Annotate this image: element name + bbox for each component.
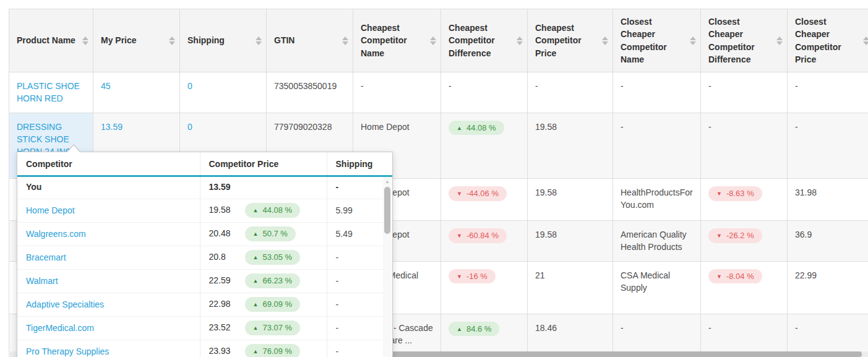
competitor-link[interactable]: Adaptive Specialties: [26, 299, 104, 309]
competitor-link[interactable]: Home Depot: [26, 205, 75, 215]
difference-badge: ▲76.09 %: [245, 344, 301, 357]
difference-value: -16 %: [466, 272, 488, 281]
my-price-link[interactable]: 45: [101, 81, 111, 91]
closest-cheaper-competitor-name-cell: HealthProductsForYou.com: [613, 178, 701, 220]
product-name-link[interactable]: PLASTIC SHOE HORN RED: [17, 81, 80, 103]
closest-cheaper-competitor-price-cell: -: [788, 314, 868, 355]
closest-cheaper-competitor-name-cell: -: [613, 72, 701, 113]
difference-value: 50.7 %: [262, 229, 287, 238]
popup-header-row: CompetitorCompetitor PriceShipping: [17, 152, 384, 175]
sort-icon: [430, 36, 436, 46]
popup-column-header: Competitor Price: [200, 152, 327, 175]
competitor-shipping-cell: -: [327, 340, 384, 357]
shipping-link[interactable]: 0: [187, 81, 192, 91]
product-cell: PLASTIC SHOE HORN RED: [9, 72, 93, 113]
cheapest-competitor-price: 19.58: [535, 122, 557, 132]
competitor-name-cell: You: [17, 175, 200, 199]
scroll-up-icon[interactable]: ▲: [383, 178, 392, 186]
cheapest-competitor-price: 18.46: [535, 323, 557, 333]
difference-badge: ▼-60.84 %: [449, 228, 507, 243]
competitor-price-cell: 22.59▲66.23 %: [200, 269, 327, 293]
competitor-price-cell: 20.48▲50.7 %: [200, 222, 327, 246]
difference-value: 53.05 %: [262, 252, 292, 262]
cheapest-competitor-difference-cell: ▼-44.06 %: [441, 178, 528, 220]
difference-badge: ▲50.7 %: [245, 226, 296, 241]
cheapest-competitor-price-cell: 19.58: [528, 220, 613, 261]
competitor-shipping: -: [336, 346, 339, 356]
column-header-label: Closest Cheaper Competitor Price: [795, 17, 841, 64]
difference-value: -: [708, 323, 711, 333]
arrow-up-icon: ▲: [457, 125, 462, 131]
sort-icon: [863, 36, 868, 46]
column-header-closest_cheaper_competitor_price[interactable]: Closest Cheaper Competitor Price: [788, 9, 868, 72]
competitor-row: Walmart22.59▲66.23 %-: [17, 269, 384, 293]
competitor-price: 20.8: [209, 252, 245, 262]
competitor-link[interactable]: TigerMedical.com: [26, 323, 94, 333]
closest-cheaper-competitor-difference-cell: -: [701, 113, 788, 178]
gtin-cell: 7350053850019: [267, 72, 353, 113]
column-header-closest_cheaper_competitor_name[interactable]: Closest Cheaper Competitor Name: [613, 9, 701, 72]
difference-badge: ▲44.08 %: [245, 203, 301, 218]
shipping-link[interactable]: 0: [187, 122, 192, 132]
closest-cheaper-competitor-price-cell: 31.98: [788, 178, 868, 220]
closest-cheaper-competitor-price: 22.99: [795, 270, 817, 280]
competitor-shipping: 5.49: [336, 229, 353, 239]
difference-value: 44.08 %: [466, 123, 496, 132]
competitor-shipping-cell: 5.99: [327, 199, 384, 222]
competitor-price-cell: 22.98▲69.09 %: [200, 293, 327, 316]
popup-column-header: Competitor: [17, 152, 200, 175]
sort-icon: [342, 36, 348, 46]
popup-column-header-label: Shipping: [336, 159, 373, 169]
competitor-price: 22.59: [209, 275, 245, 285]
my-price-cell: 45: [93, 72, 180, 113]
cheapest-competitor-price-cell: 18.46: [528, 314, 613, 355]
popup-vertical-scrollbar[interactable]: ▲: [383, 178, 392, 357]
closest-cheaper-competitor-name: -: [621, 323, 624, 333]
column-header-shipping[interactable]: Shipping: [180, 9, 267, 72]
competitor-name-cell: Bracemart: [17, 246, 200, 269]
horizontal-scrollbar-thumb[interactable]: [384, 351, 862, 357]
competitor-link[interactable]: Pro Therapy Supplies: [26, 346, 109, 356]
column-header-cheapest_competitor_difference[interactable]: Cheapest Competitor Difference: [441, 9, 528, 72]
arrow-down-icon: ▼: [716, 233, 722, 239]
my-price-link[interactable]: 13.59: [101, 122, 122, 132]
cheapest-competitor-price: 19.58: [535, 187, 557, 197]
difference-value: 84.6 %: [466, 324, 491, 333]
competitor-price: 23.93: [209, 346, 245, 356]
competitor-link[interactable]: Bracemart: [26, 252, 66, 262]
column-header-label: Closest Cheaper Competitor Name: [621, 17, 667, 64]
table-row: PLASTIC SHOE HORN RED4507350053850019---…: [9, 72, 868, 113]
competitor-price-cell: 13.59: [200, 175, 327, 199]
sort-icon: [517, 36, 523, 46]
difference-badge: ▲69.09 %: [245, 297, 301, 312]
difference-value: 69.09 %: [262, 299, 292, 309]
competitor-price-cell: 19.58▲44.08 %: [200, 199, 327, 222]
difference-badge: ▼-26.2 %: [708, 228, 762, 243]
cheapest-competitor-price-cell: 21: [528, 261, 613, 314]
column-header-cheapest_competitor_name[interactable]: Cheapest Competitor Name: [353, 9, 441, 72]
column-header-my_price[interactable]: My Price: [93, 9, 180, 72]
closest-cheaper-competitor-difference-cell: ▼-26.2 %: [701, 220, 788, 261]
competitor-price-cell: 23.52▲73.07 %: [200, 316, 327, 340]
competitor-row: Bracemart20.8▲53.05 %-: [17, 246, 384, 269]
difference-badge: ▲44.08 %: [449, 121, 504, 135]
shipping-cell: 0: [180, 72, 267, 113]
column-header-product_name[interactable]: Product Name: [9, 9, 93, 72]
closest-cheaper-competitor-price-cell: 36.9: [788, 220, 868, 261]
popup-scrollbar-thumb[interactable]: [384, 187, 390, 234]
competitor-price-cell: 20.8▲53.05 %: [200, 246, 327, 269]
competitor-link[interactable]: Walgreens.com: [26, 229, 86, 239]
column-header-cheapest_competitor_price[interactable]: Cheapest Competitor Price: [528, 9, 613, 72]
competitor-row: Pro Therapy Supplies23.93▲76.09 %-: [17, 340, 384, 357]
column-header-closest_cheaper_competitor_difference[interactable]: Closest Cheaper Competitor Difference: [701, 9, 788, 72]
column-header-gtin[interactable]: GTIN: [267, 9, 353, 72]
competitor-price-cell: 23.93▲76.09 %: [200, 340, 327, 357]
arrow-down-icon: ▼: [457, 233, 462, 239]
competitor-shipping: 5.99: [336, 205, 353, 215]
difference-value: -8.63 %: [726, 189, 754, 198]
closest-cheaper-competitor-price-cell: -: [788, 72, 868, 113]
competitor-link[interactable]: Walmart: [26, 276, 58, 286]
cheapest-competitor-price-cell: 19.58: [528, 178, 613, 220]
cheapest-competitor-price: -: [535, 81, 538, 91]
competitor-name-cell: TigerMedical.com: [17, 316, 200, 340]
